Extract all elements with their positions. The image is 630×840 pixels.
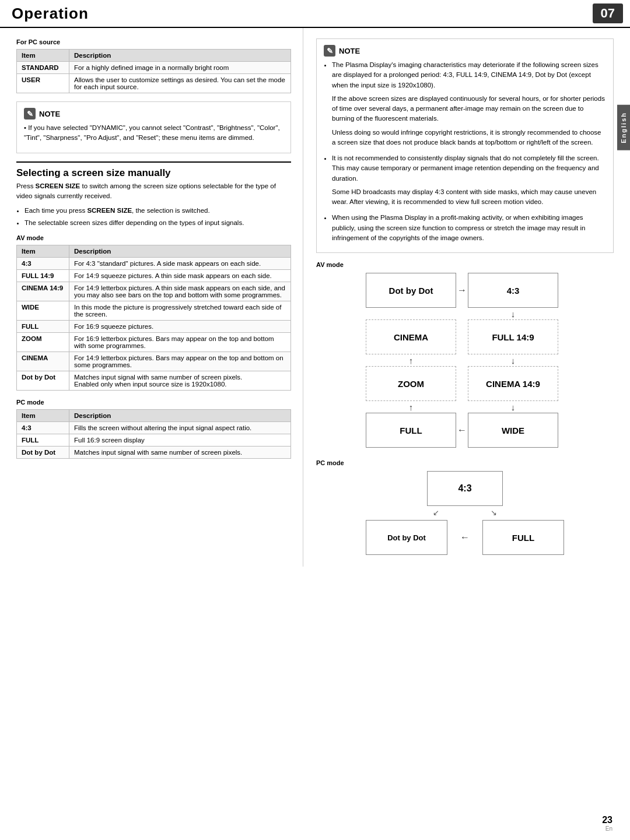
selecting-title: Selecting a screen size manually (16, 161, 291, 179)
av-row-zoom-desc: For 16:9 letterbox pictures. Bars may ap… (69, 332, 291, 352)
pc-diag-arrow-split: ↙ ↘ (366, 506, 564, 520)
av-diagram-arrow-row-2: ↑ ↓ (366, 354, 564, 366)
av-row-full-desc: For 16:9 squeeze pictures. (69, 320, 291, 332)
av-mode-table: Item Description 4:3 For 4:3 "standard" … (16, 245, 291, 391)
main-content: For PC source Item Description STANDARD … (0, 28, 630, 567)
av-row-43-desc: For 4:3 "standard" pictures. A side mask… (69, 257, 291, 269)
av-row-dotbydot-item: Dot by Dot (17, 371, 69, 390)
selecting-bullet-2: The selectable screen sizes differ depen… (24, 218, 291, 228)
note2-bullet-2: It is not recommended to consistently di… (332, 153, 606, 207)
pc-mode-section: PC mode Item Description 4:3 Fills the s… (16, 399, 291, 459)
pcm-row-full-item: FULL (17, 434, 69, 446)
pc-table-header-item: Item (17, 50, 69, 62)
table-row: FULL 14:9 For 14:9 squeeze pictures. A t… (17, 269, 291, 282)
pcm-row-dotbydot-desc: Matches input signal with same number of… (69, 446, 291, 458)
note-icon-2: ✎ (324, 45, 335, 57)
arrow-down-dotbydot (366, 308, 456, 319)
table-row: Dot by Dot Matches input signal with sam… (17, 446, 291, 458)
av-row-cinema-desc: For 14:9 letterbox pictures. Bars may ap… (69, 352, 291, 371)
av-row-full149-desc: For 14:9 squeeze pictures. A thin side m… (69, 269, 291, 282)
table-row: 4:3 For 4:3 "standard" pictures. A side … (17, 257, 291, 269)
pcm-row-dotbydot-item: Dot by Dot (17, 446, 69, 458)
footer-lang: En (602, 825, 612, 832)
diagram-cell-full: FULL (366, 413, 456, 448)
pc-mode-diagram-section: PC mode 4:3 ↙ ↘ (316, 459, 614, 555)
arrow-slash-left: ↙ (433, 508, 439, 517)
note-header-1: ✎ NOTE (24, 108, 284, 120)
arrow-left-full: ← (456, 425, 468, 435)
note-box-1: ✎ NOTE • If you have selected "DYNAMIC",… (16, 101, 291, 153)
table-row: STANDARD For a highly defined image in a… (17, 62, 291, 74)
note-text-1-content: • If you have selected "DYNAMIC", you ca… (24, 123, 284, 143)
pc-diagram-cell-dotbydot: Dot by Dot (366, 520, 447, 555)
pc-mode-header-desc: Description (69, 409, 291, 421)
av-row-wide-item: WIDE (17, 301, 69, 320)
pc-row-user-desc: Allows the user to customize settings as… (69, 74, 291, 93)
pc-row-standard-item: STANDARD (17, 62, 69, 74)
note-header-2: ✎ NOTE (324, 45, 606, 57)
note-text-1: • If you have selected "DYNAMIC", you ca… (24, 123, 284, 143)
pcm-row-full-desc: Full 16:9 screen display (69, 434, 291, 446)
pc-diag-top: 4:3 (366, 471, 564, 506)
table-row: CINEMA For 14:9 letterbox pictures. Bars… (17, 352, 291, 371)
table-row: CINEMA 14:9 For 14:9 letterbox pictures.… (17, 282, 291, 301)
pc-source-title: For PC source (16, 38, 291, 45)
note-label-1: NOTE (39, 110, 60, 118)
left-column: For PC source Item Description STANDARD … (0, 28, 303, 567)
pc-diag-bottom: Dot by Dot ← FULL (366, 520, 564, 555)
table-row: 4:3 Fills the screen without altering th… (17, 421, 291, 434)
pcm-row-43-item: 4:3 (17, 421, 69, 434)
pc-source-section: For PC source Item Description STANDARD … (16, 38, 291, 93)
av-mode-diagram-section: AV mode Dot by Dot → 4:3 ↓ (316, 261, 614, 448)
av-row-zoom-item: ZOOM (17, 332, 69, 352)
note-box-2: ✎ NOTE The Plasma Display's imaging char… (316, 38, 614, 253)
arrow-up-cinema: ↑ (366, 354, 456, 366)
arrow-down-43: ↓ (468, 308, 558, 319)
page-number: 07 (593, 3, 623, 23)
table-row: FULL Full 16:9 screen display (17, 434, 291, 446)
av-diagram-row-3: ZOOM CINEMA 14:9 (366, 366, 564, 401)
page-header: Operation 07 (0, 0, 630, 28)
av-row-43-item: 4:3 (17, 257, 69, 269)
av-row-dotbydot-desc: Matches input signal with same number of… (69, 371, 291, 390)
av-diagram-arrow-row-1: ↓ (366, 308, 564, 319)
pc-mode-header-item: Item (17, 409, 69, 421)
arrow-slash-right: ↘ (491, 508, 497, 517)
pc-table-header-desc: Description (69, 50, 291, 62)
footer-page-number: 23 (602, 815, 612, 825)
av-mode-title: AV mode (16, 234, 291, 241)
diagram-cell-43: 4:3 (468, 273, 558, 308)
page-footer: 23 En (602, 815, 612, 832)
arrow-up-zoom: ↑ (366, 401, 456, 413)
diagram-cell-wide: WIDE (468, 413, 558, 448)
pc-diagram-cell-43: 4:3 (427, 471, 503, 506)
screen-size-bold-2: SCREEN SIZE (87, 207, 132, 214)
pc-diagram-cell-full: FULL (482, 520, 564, 555)
av-row-full149-item: FULL 14:9 (17, 269, 69, 282)
note-label-2: NOTE (339, 47, 360, 55)
diagram-cell-zoom: ZOOM (366, 366, 456, 401)
pc-row-user-item: USER (17, 74, 69, 93)
av-row-cinema149-desc: For 14:9 letterbox pictures. A thin side… (69, 282, 291, 301)
diagram-cell-cinema149: CINEMA 14:9 (468, 366, 558, 401)
av-diagram-title: AV mode (316, 261, 614, 268)
av-row-cinema-item: CINEMA (17, 352, 69, 371)
table-row: WIDE In this mode the picture is progres… (17, 301, 291, 320)
table-row: ZOOM For 16:9 letterbox pictures. Bars m… (17, 332, 291, 352)
pc-arrow-left: ← (459, 532, 471, 543)
av-row-wide-desc: In this mode the picture is progressivel… (69, 301, 291, 320)
diagram-cell-cinema: CINEMA (366, 319, 456, 354)
note-icon-1: ✎ (24, 108, 36, 120)
pc-source-table: Item Description STANDARD For a highly d… (16, 49, 291, 93)
screen-size-bold: SCREEN SIZE (36, 182, 80, 189)
language-side-tab: English (617, 105, 630, 150)
note-text-2: The Plasma Display's imaging characteris… (324, 60, 606, 243)
selecting-section: Selecting a screen size manually Press S… (16, 161, 291, 229)
table-row: Dot by Dot Matches input signal with sam… (17, 371, 291, 390)
note2-bullet-1: The Plasma Display's imaging characteris… (332, 60, 606, 147)
av-diagram-row-2: CINEMA FULL 14:9 (366, 319, 564, 354)
pcm-row-43-desc: Fills the screen without altering the in… (69, 421, 291, 434)
arrow-down-cinema149: ↓ (468, 401, 558, 413)
pc-mode-table: Item Description 4:3 Fills the screen wi… (16, 409, 291, 459)
pc-arrow-left-split: ↙ ↘ (427, 506, 503, 520)
